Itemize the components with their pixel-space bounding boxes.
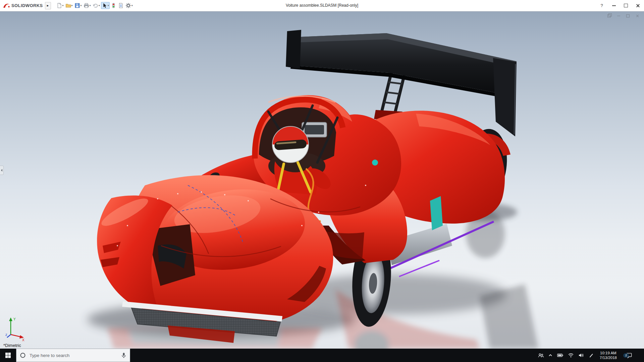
- search-input[interactable]: [29, 353, 118, 358]
- taskbar-search[interactable]: [16, 349, 130, 362]
- restore-icon: [607, 14, 611, 17]
- close-icon: [636, 4, 640, 8]
- task-pane-collapse-tab[interactable]: [0, 166, 4, 175]
- volume-icon[interactable]: [578, 353, 584, 358]
- z-axis-label: Z: [5, 333, 7, 337]
- ds-logo-icon: [3, 3, 10, 9]
- people-icon[interactable]: [538, 353, 544, 358]
- view-orientation-label: *Dimetric: [3, 343, 21, 348]
- options-button[interactable]: [125, 2, 133, 9]
- solidworks-logo: SOLIDWORKS: [3, 3, 43, 9]
- windows-logo-icon: [5, 352, 11, 358]
- maximize-button[interactable]: [620, 0, 632, 11]
- notification-badge: 2: [623, 353, 629, 358]
- select-button[interactable]: [101, 2, 110, 9]
- cortana-icon: [20, 352, 26, 358]
- close-icon: [636, 14, 639, 17]
- doc-maximize-button[interactable]: [625, 13, 631, 19]
- action-center-button[interactable]: 2: [623, 352, 635, 359]
- pen-icon[interactable]: [589, 353, 594, 358]
- teal-door-panel: [430, 196, 443, 230]
- rebuild-icon: [111, 3, 116, 8]
- clock-date: 7/13/2018: [600, 355, 617, 360]
- print-icon: [84, 3, 89, 8]
- taskbar-app-window[interactable]: [204, 349, 219, 362]
- taskbar-cad-viewer[interactable]: [219, 349, 233, 362]
- wing-endplate-right: [493, 58, 517, 136]
- gear-icon: [125, 3, 131, 8]
- minimize-icon: [617, 16, 620, 16]
- taskbar-mail[interactable]: [189, 349, 204, 362]
- titlebar: SOLIDWORKS: [0, 0, 644, 11]
- minimize-icon: [612, 5, 616, 6]
- select-cursor-icon: [102, 3, 107, 8]
- y-axis-icon: [9, 317, 12, 321]
- doc-close-button[interactable]: [634, 13, 641, 19]
- 3d-model-scene[interactable]: [0, 11, 644, 349]
- document-window-controls: [606, 13, 641, 19]
- close-button[interactable]: [632, 0, 644, 11]
- solidworks-window: SOLIDWORKS: [0, 0, 644, 362]
- taskbar-edge[interactable]: e: [145, 349, 160, 362]
- chevron-up-icon[interactable]: [548, 353, 553, 358]
- microphone-icon[interactable]: [121, 352, 126, 358]
- teal-accent: [372, 160, 378, 166]
- maximize-icon: [624, 4, 628, 7]
- driver-helmet[interactable]: [272, 126, 309, 163]
- doc-restore-button[interactable]: [606, 13, 612, 19]
- clock-time: 10:19 AM: [600, 351, 617, 355]
- maximize-icon: [626, 14, 630, 17]
- print-button[interactable]: [83, 2, 92, 9]
- taskbar-clock[interactable]: 10:19 AM 7/13/2018: [598, 351, 618, 360]
- help-button[interactable]: ?: [596, 0, 608, 11]
- new-document-icon: [56, 3, 62, 8]
- system-tray: 10:19 AM 7/13/2018 2: [538, 349, 644, 362]
- y-axis-label: Y: [13, 317, 16, 321]
- windows-taskbar: e: [0, 349, 644, 362]
- undo-icon: [93, 3, 98, 8]
- orientation-triad: Y X Z: [5, 315, 29, 341]
- battery-icon[interactable]: [557, 353, 564, 358]
- taskbar-file-explorer[interactable]: [160, 349, 174, 362]
- new-document-button[interactable]: [56, 2, 64, 9]
- rebuild-button[interactable]: [110, 2, 117, 9]
- undo-button[interactable]: [92, 2, 101, 9]
- brand-text: SOLIDWORKS: [11, 3, 43, 8]
- open-folder-icon: [65, 3, 71, 8]
- start-button[interactable]: [0, 349, 16, 362]
- window-controls: ?: [596, 0, 644, 11]
- save-button[interactable]: [74, 2, 83, 9]
- x-axis-label: X: [22, 338, 24, 341]
- taskbar-solidworks[interactable]: SW 2017: [233, 349, 248, 362]
- wifi-icon[interactable]: [568, 353, 574, 358]
- file-properties-button[interactable]: [117, 2, 124, 9]
- menu-flyout-button[interactable]: [45, 2, 51, 9]
- file-properties-icon: [118, 3, 124, 8]
- open-button[interactable]: [65, 2, 73, 9]
- minimize-button[interactable]: [608, 0, 620, 11]
- doc-minimize-button[interactable]: [615, 13, 622, 19]
- graphics-area[interactable]: Y X Z *Dimetric: [0, 11, 644, 349]
- task-view-button[interactable]: [130, 349, 145, 362]
- quick-access-toolbar: [56, 2, 133, 9]
- wing-endplate-left: [286, 30, 301, 69]
- save-icon: [74, 3, 80, 8]
- taskbar-store[interactable]: [174, 349, 189, 362]
